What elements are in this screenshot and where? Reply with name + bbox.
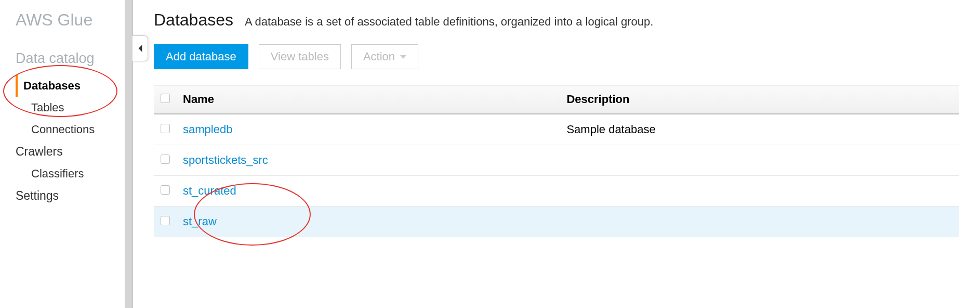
sidebar: AWS Glue Data catalog Databases Tables C… xyxy=(0,0,125,308)
sidebar-divider xyxy=(125,0,133,308)
col-header-name[interactable]: Name xyxy=(177,85,560,114)
row-checkbox[interactable] xyxy=(161,155,170,164)
database-link[interactable]: st_raw xyxy=(183,215,217,228)
page-description: A database is a set of associated table … xyxy=(245,15,653,29)
database-link[interactable]: st_curated xyxy=(183,184,236,197)
row-checkbox[interactable] xyxy=(161,124,170,133)
sidebar-item-settings[interactable]: Settings xyxy=(16,185,109,207)
action-label: Action xyxy=(363,50,395,63)
table-row[interactable]: st_raw xyxy=(154,207,959,237)
row-description: Sample database xyxy=(560,114,959,145)
chevron-left-icon xyxy=(137,44,143,53)
sidebar-item-classifiers[interactable]: Classifiers xyxy=(16,163,109,185)
add-database-button[interactable]: Add database xyxy=(154,44,248,69)
main-content: Databases A database is a set of associa… xyxy=(133,0,980,308)
sidebar-item-tables[interactable]: Tables xyxy=(16,97,109,119)
app-title: AWS Glue xyxy=(16,10,109,30)
table-row[interactable]: st_curated xyxy=(154,176,959,207)
sidebar-item-databases[interactable]: Databases xyxy=(16,75,109,97)
row-checkbox[interactable] xyxy=(161,216,170,225)
page-title: Databases xyxy=(154,10,233,30)
row-checkbox[interactable] xyxy=(161,185,170,195)
view-tables-button[interactable]: View tables xyxy=(259,44,341,69)
toolbar: Add database View tables Action xyxy=(154,44,959,69)
row-description xyxy=(560,176,959,207)
col-header-description[interactable]: Description xyxy=(560,85,959,114)
databases-table: Name Description sampledbSample database… xyxy=(154,85,959,237)
sidebar-item-crawlers[interactable]: Crawlers xyxy=(16,140,109,163)
table-row[interactable]: sampledbSample database xyxy=(154,114,959,145)
action-dropdown-button[interactable]: Action xyxy=(351,44,418,69)
sidebar-item-connections[interactable]: Connections xyxy=(16,119,109,140)
database-link[interactable]: sportstickets_src xyxy=(183,153,268,166)
collapse-sidebar-button[interactable] xyxy=(133,35,148,61)
table-row[interactable]: sportstickets_src xyxy=(154,145,959,176)
nav-section-data-catalog[interactable]: Data catalog xyxy=(16,50,109,67)
chevron-down-icon xyxy=(400,55,406,59)
database-link[interactable]: sampledb xyxy=(183,123,232,136)
row-description xyxy=(560,207,959,237)
select-all-checkbox[interactable] xyxy=(161,94,170,103)
row-description xyxy=(560,145,959,176)
